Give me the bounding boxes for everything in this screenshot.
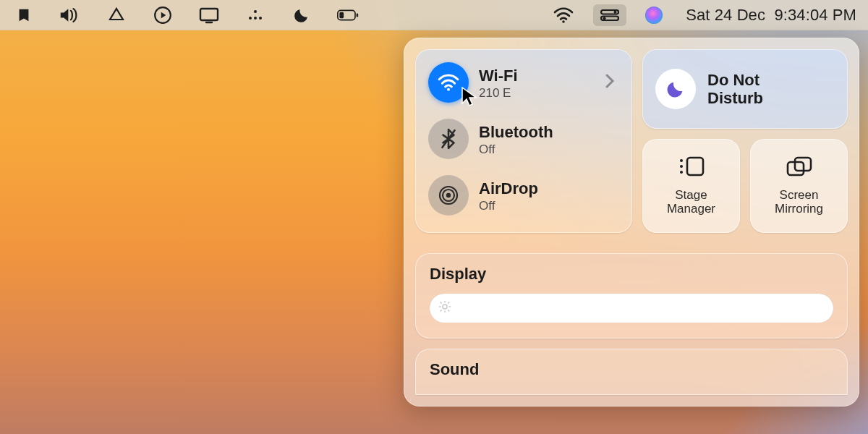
svg-point-11 [614,10,617,13]
display-card: Display [415,253,848,339]
svg-point-2 [254,10,257,13]
svg-rect-19 [687,158,703,175]
stage-manager-icon [677,155,706,181]
svg-rect-8 [339,12,344,17]
stage-manager-button[interactable]: Stage Manager [642,139,740,233]
svg-point-9 [562,20,565,23]
dots-icon[interactable] [244,4,266,26]
sound-card: Sound [415,349,848,395]
airdrop-title: AirDrop [479,179,538,198]
volume-icon[interactable] [59,4,81,26]
svg-point-25 [443,305,447,309]
svg-point-4 [254,17,257,20]
wifi-subtitle: 210 E [479,87,518,99]
svg-point-3 [249,17,252,20]
stage-manager-label: Stage Manager [667,188,715,216]
svg-point-20 [680,159,683,162]
control-center-panel: Wi-Fi 210 E Bluetooth Off [404,38,859,407]
svg-point-14 [447,88,450,91]
battery-icon[interactable] [337,4,359,26]
wifi-toggle[interactable]: Wi-Fi 210 E [424,56,624,109]
screen-mirroring-label: Screen Mirroring [775,188,823,216]
moon-icon [655,69,696,109]
svg-point-22 [680,171,683,174]
do-not-disturb-toggle[interactable]: Do Not Disturb [642,49,848,129]
screen-mirroring-button[interactable]: Screen Mirroring [750,139,848,233]
airdrop-toggle[interactable]: AirDrop Off [424,169,624,221]
menubar-datetime[interactable]: Sat 24 Dec 9:34:04 PM [681,6,864,25]
svg-point-5 [259,17,262,20]
desktop-icon[interactable] [198,4,220,26]
wifi-icon [428,62,469,103]
control-center-icon[interactable] [593,4,626,26]
menu-bar: Sat 24 Dec 9:34:04 PM [0,0,868,30]
chevron-right-icon[interactable] [605,74,619,91]
wifi-menubar-icon[interactable] [553,4,574,26]
brightness-slider[interactable] [430,294,833,323]
display-title: Display [430,265,833,284]
siri-icon[interactable] [645,7,663,24]
play-icon[interactable] [152,4,174,26]
bluetooth-toggle[interactable]: Bluetooth Off [424,113,624,165]
moon-icon[interactable] [291,4,312,26]
connectivity-card: Wi-Fi 210 E Bluetooth Off [415,49,632,233]
bookmark-icon[interactable] [13,4,35,26]
svg-rect-1 [200,9,218,20]
sound-title: Sound [430,360,833,379]
svg-point-13 [603,17,606,20]
bluetooth-off-icon [428,119,469,159]
svg-point-16 [446,193,451,197]
airdrop-icon [428,175,469,216]
bluetooth-title: Bluetooth [479,123,553,142]
screen-mirroring-icon [785,155,814,181]
drive-icon[interactable] [106,4,127,26]
dnd-label: Do Not Disturb [707,71,763,108]
wifi-title: Wi-Fi [479,67,518,85]
svg-rect-7 [357,13,359,17]
bluetooth-subtitle: Off [479,143,553,156]
svg-point-21 [680,165,683,168]
airdrop-subtitle: Off [479,200,538,212]
sun-icon [438,300,451,316]
